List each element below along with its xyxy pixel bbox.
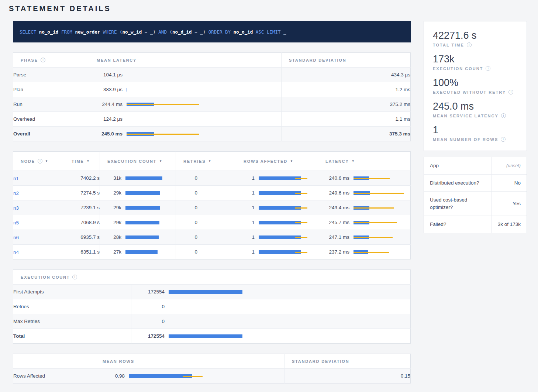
sort-caret-icon[interactable] xyxy=(290,159,293,163)
stat-label: MEAN NUMBER OF ROWS xyxy=(433,137,498,142)
latency-bar xyxy=(127,132,276,136)
phase-label: Overhead xyxy=(13,112,89,127)
col-header-mean-latency: MEAN LATENCY xyxy=(89,53,282,68)
exec-label: Retries xyxy=(13,299,131,314)
col-header-time[interactable]: TIME xyxy=(64,152,100,171)
stat-value: 100% xyxy=(433,77,518,89)
prop-value: 3k of 173k xyxy=(491,216,527,233)
node-link[interactable]: n4 xyxy=(13,250,19,255)
latency-value: 245.7 ms xyxy=(318,220,349,225)
phase-row-overhead: Overhead 124.2 µs 1.1 ms xyxy=(13,112,411,127)
info-icon[interactable] xyxy=(72,275,77,279)
col-header-retries[interactable]: RETRIES xyxy=(176,152,236,171)
latency-bar xyxy=(127,87,276,92)
node-header-row: NODE TIME EXECUTION COUNT RETRIES ROWS A… xyxy=(13,152,411,171)
rows-affected-value: 1 xyxy=(236,234,255,240)
execution-count-header-row: EXECUTION COUNT xyxy=(13,270,411,285)
info-icon[interactable] xyxy=(486,66,490,71)
node-time: 7239.1 s xyxy=(64,200,100,215)
col-header-mean-rows: MEAN ROWS xyxy=(95,354,284,369)
exec-value: 172554 xyxy=(131,289,165,295)
latency-bar xyxy=(127,117,276,121)
prop-label: Failed? xyxy=(424,216,491,233)
retries-value: 0 xyxy=(176,175,197,181)
summary-stats-card: 42271.6 s TOTAL TIME 173k EXECUTION COUN… xyxy=(424,21,527,151)
rows-affected-label: Rows Affected xyxy=(13,369,95,384)
phase-row-plan: Plan 383.9 µs 1.2 ms xyxy=(13,82,411,97)
stat-mean-number-of-rows: 1 MEAN NUMBER OF ROWS xyxy=(433,124,518,142)
rows-affected-row: Rows Affected 0.98 0.15 xyxy=(13,369,411,384)
mean-rows-value: 0.98 xyxy=(95,373,125,379)
stat-execution-count: 173k EXECUTION COUNT xyxy=(433,53,518,71)
sort-caret-icon[interactable] xyxy=(208,159,211,163)
latency-value: 249.4 ms xyxy=(318,205,349,210)
latency-bar xyxy=(354,206,405,210)
info-icon[interactable] xyxy=(41,58,45,62)
latency-value: 249.6 ms xyxy=(318,190,349,196)
node-link[interactable]: n3 xyxy=(13,205,19,211)
stat-value: 1 xyxy=(433,124,518,136)
sql-statement-bar: SELECT no_o_id FROM new_order WHERE (no_… xyxy=(13,21,411,42)
mean-latency-value: 124.2 µs xyxy=(89,116,123,122)
mean-latency-value: 245.0 ms xyxy=(89,131,123,137)
execution-count-bar xyxy=(125,191,170,195)
sort-caret-icon[interactable] xyxy=(159,159,162,163)
info-icon[interactable] xyxy=(38,159,42,164)
col-header-phase: PHASE xyxy=(21,58,38,62)
latency-value: 240.6 ms xyxy=(318,175,349,181)
col-header-latency[interactable]: LATENCY xyxy=(318,152,411,171)
rows-affected-bar xyxy=(259,176,313,180)
node-link[interactable]: n2 xyxy=(13,190,19,196)
prop-value: (unset) xyxy=(491,157,527,174)
prop-row-cost-based-optimizer: Used cost-based optimizer? Yes xyxy=(424,191,527,216)
rows-affected-bar xyxy=(259,220,313,225)
node-time: 7274.5 s xyxy=(64,186,100,200)
summary-sidebar: 42271.6 s TOTAL TIME 173k EXECUTION COUN… xyxy=(424,21,527,233)
phase-row-run: Run 244.4 ms 375.2 ms xyxy=(13,97,411,112)
stat-label: MEAN SERVICE LATENCY xyxy=(433,114,499,118)
node-link[interactable]: n5 xyxy=(13,220,19,226)
rows-affected-table: MEAN ROWS STANDARD DEVIATION Rows Affect… xyxy=(13,354,411,384)
mean-latency-value: 244.4 ms xyxy=(89,102,123,107)
prop-label: Distributed execution? xyxy=(424,175,491,192)
exec-label: First Attempts xyxy=(13,285,131,299)
node-link[interactable]: n1 xyxy=(13,176,19,181)
execution-count-bar xyxy=(125,220,170,225)
latency-bar xyxy=(127,102,276,107)
stat-value: 245.0 ms xyxy=(433,100,518,112)
main-content: SELECT no_o_id FROM new_order WHERE (no_… xyxy=(13,21,411,384)
node-time: 6935.7 s xyxy=(64,230,100,245)
node-link[interactable]: n6 xyxy=(13,235,19,240)
info-icon[interactable] xyxy=(508,90,513,94)
stat-label: TOTAL TIME xyxy=(433,43,464,47)
prop-value: Yes xyxy=(491,192,527,216)
sql-statement-text: SELECT no_o_id FROM new_order WHERE (no_… xyxy=(20,29,286,35)
col-header-node[interactable]: NODE xyxy=(13,152,64,171)
col-header-execution-count[interactable]: EXECUTION COUNT xyxy=(100,152,176,171)
page-title: STATEMENT DETAILS xyxy=(4,4,527,13)
info-icon[interactable] xyxy=(501,113,506,118)
exec-label: Total xyxy=(13,329,131,344)
sort-caret-icon[interactable] xyxy=(86,159,89,163)
statement-props-card: App (unset) Distributed execution? No Us… xyxy=(424,157,527,233)
execution-count-value: 27k xyxy=(100,249,121,255)
col-header-rows-affected[interactable]: ROWS AFFECTED xyxy=(236,152,318,171)
count-bar xyxy=(169,290,405,294)
node-time: 6351.1 s xyxy=(64,245,100,259)
latency-bar xyxy=(127,73,276,77)
execution-count-value: 28k xyxy=(100,234,121,240)
exec-label: Max Retries xyxy=(13,314,131,329)
rows-affected-bar xyxy=(259,206,313,210)
mean-latency-value: 104.1 µs xyxy=(89,72,123,78)
rows-affected-bar xyxy=(259,235,313,240)
node-time: 7402.2 s xyxy=(64,171,100,186)
sort-caret-icon[interactable] xyxy=(352,159,355,163)
mean-latency-value: 383.9 µs xyxy=(89,87,123,92)
prop-value: No xyxy=(491,175,527,192)
exec-row-total: Total 172554 xyxy=(13,329,411,344)
col-header-standard-deviation: STANDARD DEVIATION xyxy=(284,354,411,369)
sort-caret-icon[interactable] xyxy=(45,159,48,163)
execution-count-bar xyxy=(125,250,170,254)
info-icon[interactable] xyxy=(467,42,472,47)
info-icon[interactable] xyxy=(501,137,506,142)
